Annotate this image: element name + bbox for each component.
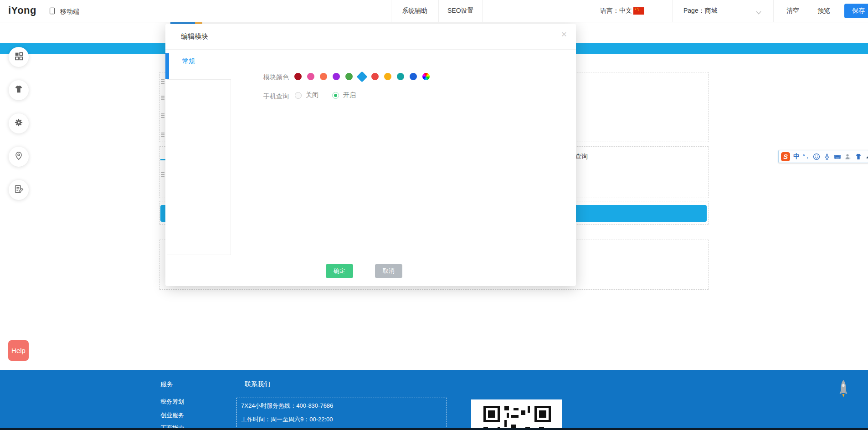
radio-circle-icon <box>295 92 302 99</box>
user-mode-icon[interactable] <box>844 153 852 160</box>
page: 查询 <box>0 0 868 430</box>
back-to-top-rocket-icon[interactable] <box>837 379 849 407</box>
divider <box>165 254 576 254</box>
page-selector[interactable]: Page：商城 <box>683 7 718 15</box>
color-swatch[interactable] <box>410 73 417 80</box>
color-swatch[interactable] <box>345 73 353 80</box>
footer-hotline: 7X24小时服务热线：400-830-7686 <box>241 402 333 410</box>
emoji-icon[interactable] <box>813 153 820 160</box>
radio-off-label: 关闭 <box>306 91 318 99</box>
help-button[interactable]: Help <box>8 340 29 361</box>
divider <box>773 0 774 22</box>
footer-contact-module[interactable]: 7X24小时服务热线：400-830-7686 工作时间：周一至周六9：00-2… <box>236 398 447 429</box>
color-swatch[interactable] <box>356 71 367 82</box>
qr-code-image <box>483 406 551 430</box>
close-icon[interactable]: × <box>561 29 567 39</box>
preview-button[interactable]: 预览 <box>817 7 830 15</box>
color-swatch[interactable] <box>333 73 340 80</box>
tablet-icon <box>48 5 56 18</box>
menu-seo-settings[interactable]: SEO设置 <box>447 7 474 15</box>
color-swatch-row <box>294 72 430 81</box>
mobile-view-label: 移动端 <box>60 8 79 16</box>
edit-note-icon <box>14 184 24 196</box>
grid-icon <box>14 51 24 63</box>
edit-module-dialog: 编辑模块 × 常规 模块颜色 手机查询 关闭 开启 确定 取消 <box>165 24 576 286</box>
language-selector[interactable]: 语言：中文 <box>600 7 632 15</box>
divider <box>438 0 439 22</box>
menu-system-assist[interactable]: 系统辅助 <box>402 7 427 15</box>
ime-toolbar: S 中 °， <box>778 150 868 163</box>
tab-general[interactable]: 常规 <box>182 57 195 66</box>
sogou-logo-icon[interactable]: S <box>781 152 790 161</box>
gear-icon <box>14 118 24 129</box>
site-query-text: 查询 <box>575 153 588 161</box>
ime-language-toggle[interactable]: 中 <box>793 153 800 161</box>
skin-tshirt-icon[interactable] <box>855 153 862 160</box>
location-pin-icon <box>14 151 24 163</box>
tab-panel <box>167 79 231 255</box>
color-swatch[interactable] <box>307 73 314 80</box>
keyboard-icon[interactable] <box>834 153 841 160</box>
footer-work-time: 工作时间：周一至周六9：00-22:00 <box>241 415 333 424</box>
clipped-text-fragment <box>161 79 164 80</box>
footer-bottom-strip <box>0 428 868 430</box>
module-color-label: 模块颜色 <box>263 73 289 82</box>
clipped-text-fragment <box>161 172 164 173</box>
microphone-icon[interactable] <box>823 153 831 160</box>
topbar: iYong 移动端 系统辅助 SEO设置 语言：中文 Page：商城 清空 <box>0 0 868 22</box>
ime-punctuation-toggle[interactable]: °， <box>803 153 810 160</box>
divider <box>391 0 391 22</box>
clear-button[interactable]: 清空 <box>786 7 799 15</box>
divider <box>165 49 576 50</box>
footer-contact-title: 联系我们 <box>245 380 270 389</box>
clipped-text-fragment <box>161 113 164 114</box>
toolbox-icon[interactable] <box>865 153 868 160</box>
clipped-text-fragment <box>161 133 164 133</box>
clipped-text-fragment <box>161 96 164 97</box>
footer-link[interactable]: 税务筹划 <box>160 398 184 406</box>
color-swatch[interactable] <box>294 73 302 80</box>
mobile-query-radio-group: 关闭 开启 <box>295 91 356 99</box>
color-swatch[interactable] <box>320 73 327 80</box>
sidebar-location-button[interactable] <box>9 147 29 167</box>
sidebar-edit-button[interactable] <box>9 180 29 200</box>
mobile-query-label: 手机查询 <box>263 92 289 101</box>
qr-code <box>471 399 562 430</box>
footer-link[interactable]: 创业服务 <box>160 411 184 420</box>
dialog-title: 编辑模块 <box>181 32 208 41</box>
sidebar-settings-button[interactable] <box>9 113 29 133</box>
color-swatch[interactable] <box>384 73 391 80</box>
radio-off[interactable]: 关闭 <box>295 91 318 99</box>
radio-circle-icon <box>332 92 339 99</box>
radio-on-label: 开启 <box>343 91 356 99</box>
color-swatch-rainbow[interactable] <box>422 73 430 80</box>
app-logo: iYong <box>8 5 36 16</box>
tshirt-icon <box>14 84 24 96</box>
divider <box>482 0 483 22</box>
color-swatch[interactable] <box>397 73 404 80</box>
save-button[interactable]: 保存 <box>844 4 868 18</box>
footer-services-title: 服务 <box>160 380 173 389</box>
china-flag-icon <box>633 7 644 15</box>
radio-on[interactable]: 开启 <box>332 91 356 99</box>
divider <box>672 0 673 22</box>
confirm-button[interactable]: 确定 <box>326 264 353 278</box>
sidebar-modules-button[interactable] <box>9 47 29 67</box>
selected-module-indicator <box>165 53 169 79</box>
site-footer: 服务 税务筹划 创业服务 工商指南 联系我们 7X24小时服务热线：400-83… <box>0 370 868 430</box>
sidebar-products-button[interactable] <box>9 80 29 100</box>
mobile-view-toggle[interactable]: 移动端 <box>48 5 79 18</box>
cancel-button[interactable]: 取消 <box>375 264 402 278</box>
chevron-down-icon[interactable] <box>755 9 762 17</box>
color-swatch[interactable] <box>371 73 379 80</box>
